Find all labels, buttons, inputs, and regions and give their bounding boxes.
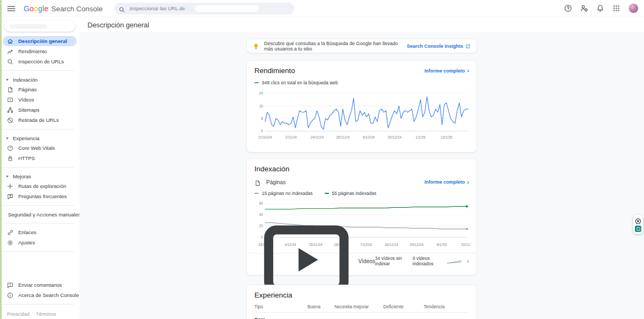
svg-text:16: 16 xyxy=(259,104,264,108)
videos-label: Vídeos xyxy=(358,258,375,264)
page-header: Descripción general xyxy=(79,17,644,32)
screenshot-left-border xyxy=(0,0,2,319)
topbar: Google Search Console xyxy=(0,0,644,17)
performance-chart[interactable]: 08162421/10/242/11/2414/11/2426/11/248/1… xyxy=(254,87,469,144)
sidebar-section-indexaci-n[interactable]: Indexación xyxy=(0,75,79,84)
sidebar-item-label: Descripción general xyxy=(18,38,67,44)
sidebar-item-rutas-de-exploraci-n[interactable]: Rutas de exploración xyxy=(0,181,79,191)
divider xyxy=(0,223,74,223)
sidebar-item-label: Sitemaps xyxy=(18,107,40,113)
help-icon[interactable] xyxy=(564,4,572,12)
svg-text:9/1/25: 9/1/25 xyxy=(437,243,447,247)
legend-dash xyxy=(254,193,259,194)
url-inspect-searchbar[interactable] xyxy=(114,3,294,15)
legal-link-términos[interactable]: Términos xyxy=(36,311,56,317)
search-icon xyxy=(7,59,13,65)
banner-text: Descubre qué consultas a la Búsqueda de … xyxy=(264,41,407,52)
divider xyxy=(0,70,74,71)
indexing-full-report-link[interactable]: Informe completo› xyxy=(425,179,469,185)
pages-label: Páginas xyxy=(266,179,286,185)
sidebar-item-core-web-vitals[interactable]: Core Web Vitals xyxy=(0,143,79,153)
sidebar-item-descripci-n-general[interactable]: Descripción general xyxy=(3,36,77,46)
videos-row[interactable]: Vídeos 34 vídeos sin indexar 0 vídeos in… xyxy=(254,254,469,268)
home-icon xyxy=(7,38,13,45)
sidebar-item-sitemaps[interactable]: Sitemaps xyxy=(0,105,79,115)
sidebar-item-label: Enlaces xyxy=(18,229,36,235)
svg-text:18/12/24: 18/12/24 xyxy=(384,243,398,247)
user-settings-icon[interactable] xyxy=(580,4,588,12)
svg-text:2/11/24: 2/11/24 xyxy=(285,135,297,139)
experience-table-row[interactable]: Core Web VitalsMóviles3800› xyxy=(254,313,469,319)
product-name: Search Console xyxy=(51,5,103,13)
notifications-icon[interactable] xyxy=(596,4,604,12)
camera-icon[interactable] xyxy=(635,226,641,232)
sidebar-item-retirada-de-urls[interactable]: Retirada de URLs xyxy=(0,115,79,125)
apps-grid-icon[interactable] xyxy=(612,4,620,12)
legend-dash xyxy=(325,193,329,194)
svg-text:20/12/24: 20/12/24 xyxy=(387,135,401,139)
indexing-card: Indexación Páginas Informe completo› 15 … xyxy=(246,158,477,276)
svg-text:8/12/24: 8/12/24 xyxy=(363,135,375,139)
video-icon xyxy=(7,97,13,103)
chevron-right-icon[interactable]: › xyxy=(467,258,469,264)
svg-text:24: 24 xyxy=(259,91,264,95)
svg-text:60: 60 xyxy=(259,201,264,205)
censored-url xyxy=(195,5,259,12)
videos-sparkline xyxy=(447,257,462,265)
sidebar: Descripción generalRendimientoInspección… xyxy=(0,17,79,319)
sidebar-item-inspecci-n-de-urls[interactable]: Inspección de URLs xyxy=(0,56,79,67)
experience-type: Core Web Vitals xyxy=(254,317,267,319)
divider xyxy=(0,167,74,168)
sidebar-section-seguridad-y-acciones-manuales[interactable]: Seguridad y Acciones manuales xyxy=(0,209,79,219)
sidebar-item-p-ginas[interactable]: Páginas xyxy=(0,84,79,95)
triangle-down-icon xyxy=(5,136,10,141)
main: Descripción general Descubre qué consult… xyxy=(79,17,644,319)
removal-icon xyxy=(7,117,13,124)
search-icon xyxy=(119,5,125,12)
sidebar-item-label: Rendimiento xyxy=(18,48,47,54)
sidebar-nav: Descripción generalRendimientoInspección… xyxy=(0,36,79,256)
search-console-insights-link[interactable]: Search Console Insights xyxy=(407,44,471,49)
svg-text:14/11/24: 14/11/24 xyxy=(310,135,324,139)
sidebar-item-label: Preguntas frecuentes xyxy=(18,193,67,199)
performance-full-report-link[interactable]: Informe completo› xyxy=(425,68,469,74)
legal-link-privacidad[interactable]: Privacidad xyxy=(7,311,30,317)
svg-text:13/1/25: 13/1/25 xyxy=(441,135,452,139)
sidebar-item-label: Vídeos xyxy=(18,97,34,103)
experience-card: Experiencia Tipo Buena Necesita mejorar … xyxy=(246,285,477,319)
censored-property-name xyxy=(10,24,47,28)
sidebar-item-label: Rutas de exploración xyxy=(18,183,66,189)
feedback-icon xyxy=(7,282,13,288)
sidebar-item-https[interactable]: HTTPS xyxy=(0,153,79,163)
performance-legend: 948 clics en total en la búsqueda web xyxy=(254,80,338,85)
section-label: Experiencia xyxy=(13,135,40,141)
chevron-right-icon: › xyxy=(467,68,469,74)
sidebar-item-preguntas-frecuentes[interactable]: Preguntas frecuentes xyxy=(0,191,79,201)
sidebar-item-enviar-comentarios[interactable]: Enviar comentarios xyxy=(0,280,79,290)
legal-links: PrivacidadTérminos xyxy=(0,308,79,317)
property-selector[interactable] xyxy=(4,20,75,32)
sidebar-section-mejoras[interactable]: Mejoras xyxy=(0,171,79,181)
sidebar-item-rendimiento[interactable]: Rendimiento xyxy=(0,46,79,56)
info-icon xyxy=(7,292,13,299)
svg-text:26/11/24: 26/11/24 xyxy=(336,135,350,139)
sidebar-item-label: Acerca de Search Console xyxy=(18,292,79,298)
sidebar-item-enlaces[interactable]: Enlaces xyxy=(0,227,79,237)
sidebar-item-acerca-de-search-console[interactable]: Acerca de Search Console xyxy=(0,290,79,300)
app-logo[interactable]: Google Search Console xyxy=(24,4,103,13)
svg-text:20/1/25: 20/1/25 xyxy=(461,243,470,247)
extension-widget[interactable] xyxy=(633,215,643,234)
close-icon[interactable] xyxy=(635,217,641,223)
sidebar-footer: Enviar comentariosAcerca de Search Conso… xyxy=(0,280,79,319)
sidebar-section-experiencia[interactable]: Experiencia xyxy=(0,133,79,143)
sidebar-item-label: Inspección de URLs xyxy=(18,59,64,64)
sidebar-item-ajustes[interactable]: Ajustes xyxy=(0,237,79,248)
gauge-icon xyxy=(7,145,13,151)
sidebar-item-v-deos[interactable]: Vídeos xyxy=(0,95,79,105)
page-title: Descripción general xyxy=(87,21,149,29)
avatar[interactable] xyxy=(628,3,639,13)
chevron-right-icon: › xyxy=(467,179,469,185)
videos-not-indexed-stat: 34 vídeos sin indexar xyxy=(375,256,403,266)
lightbulb-icon xyxy=(253,42,259,49)
menu-icon[interactable] xyxy=(6,4,16,13)
